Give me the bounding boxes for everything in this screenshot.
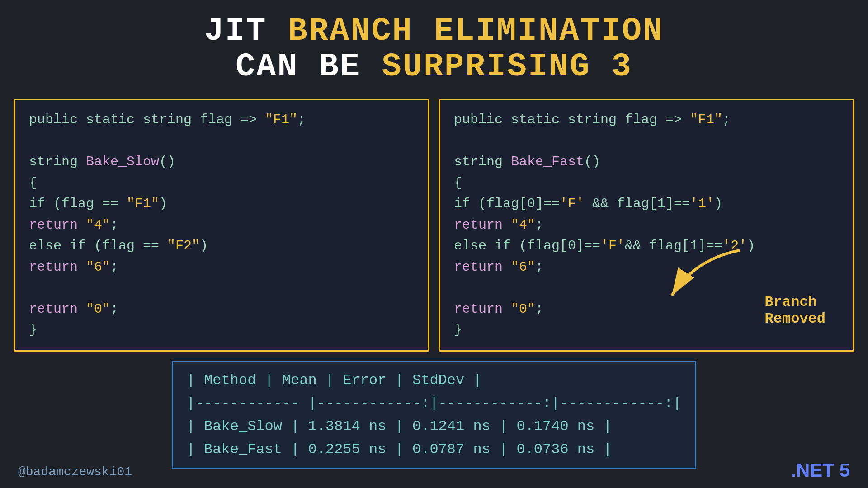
- footer-brand: .NET 5: [791, 460, 850, 481]
- table-data-row-1: | Bake_Slow | 1.3814 ns | 0.1241 ns | 0.…: [187, 415, 682, 438]
- left-line-1: public static string flag => "F1";: [29, 109, 414, 131]
- left-line-3: string Bake_Slow(): [29, 151, 414, 173]
- left-line-8: return "6";: [29, 257, 414, 278]
- benchmark-table-container: | Method | Mean | Error | StdDev | |----…: [0, 361, 868, 469]
- title-line2: CAN BE SURPRISING 3: [0, 49, 868, 85]
- right-panel-inner: public static string flag => "F1"; strin…: [454, 109, 839, 341]
- title-can-be: CAN BE: [236, 48, 382, 85]
- footer-brand-number: 5: [840, 460, 850, 481]
- arrow-svg: [658, 241, 758, 314]
- left-line-4: {: [29, 173, 414, 194]
- right-line-5: if (flag[0]=='F' && flag[1]=='1'): [454, 193, 839, 215]
- table-data-row-2: | Bake_Fast | 0.2255 ns | 0.0787 ns | 0.…: [187, 438, 682, 461]
- title-branch-elimination: BRANCH ELIMINATION: [288, 13, 664, 50]
- left-line-6: return "4";: [29, 215, 414, 236]
- left-line-blank1: [29, 131, 414, 152]
- left-line-10: return "0";: [29, 299, 414, 320]
- footer-brand-white: .NET: [791, 460, 839, 481]
- right-line-4: {: [454, 173, 839, 194]
- left-code-block: public static string flag => "F1"; strin…: [29, 109, 414, 341]
- table-header-row: | Method | Mean | Error | StdDev |: [187, 369, 682, 392]
- left-line-7: else if (flag == "F2"): [29, 235, 414, 257]
- right-line-3: string Bake_Fast(): [454, 151, 839, 173]
- footer-twitter: @badamczewski01: [18, 465, 132, 479]
- table-separator-row: |------------ |------------:|-----------…: [187, 392, 682, 415]
- right-code-panel: public static string flag => "F1"; strin…: [439, 99, 854, 352]
- right-line-8: return "6";: [454, 257, 839, 278]
- left-line-blank2: [29, 277, 414, 299]
- title-area: JIT BRANCH ELIMINATION CAN BE SURPRISING…: [0, 0, 868, 94]
- left-line-11: }: [29, 319, 414, 341]
- title-line1: JIT BRANCH ELIMINATION: [0, 14, 868, 49]
- title-jit: JIT: [204, 13, 288, 50]
- branch-removed-label: Branch Removed: [765, 294, 826, 327]
- right-line-7: else if (flag[0]=='F'&& flag[1]=='2'): [454, 235, 839, 257]
- right-line-blank1: [454, 131, 839, 152]
- right-line-6: return "4";: [454, 215, 839, 236]
- left-line-5: if (flag == "F1"): [29, 193, 414, 215]
- left-code-panel: public static string flag => "F1"; strin…: [14, 99, 429, 352]
- right-line-1: public static string flag => "F1";: [454, 109, 839, 131]
- title-surprising: SURPRISING 3: [382, 48, 632, 85]
- panels-row: public static string flag => "F1"; strin…: [0, 99, 868, 352]
- benchmark-table: | Method | Mean | Error | StdDev | |----…: [172, 361, 697, 469]
